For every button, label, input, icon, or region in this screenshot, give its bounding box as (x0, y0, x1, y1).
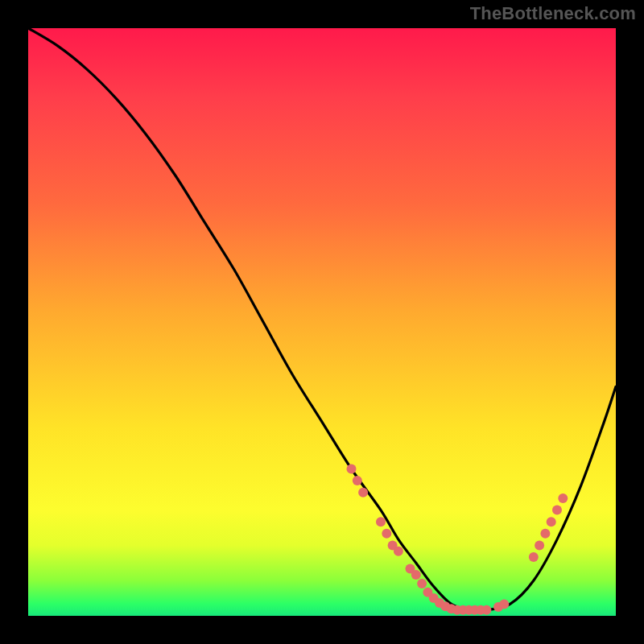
curve-marker (353, 476, 362, 485)
curve-marker (358, 488, 368, 497)
curve-marker (547, 517, 556, 526)
curve-marker (376, 517, 386, 526)
curve-marker (535, 540, 544, 550)
curve-marker (529, 552, 539, 562)
curve-marker (540, 529, 550, 539)
plot-area (28, 28, 616, 616)
curve-marker (394, 547, 403, 556)
curve-marker (558, 493, 568, 503)
curve-marker (552, 506, 562, 515)
curve-marker (382, 529, 391, 539)
curve-marker (411, 570, 421, 580)
curve-marker (499, 599, 509, 609)
bottleneck-curve (28, 28, 616, 611)
watermark-label: TheBottleneck.com (470, 3, 636, 24)
chart-frame: TheBottleneck.com (0, 0, 644, 644)
curve-markers (347, 464, 568, 615)
curve-marker (481, 605, 491, 615)
curve-marker (417, 579, 427, 588)
curve-marker (347, 464, 357, 474)
curve-svg (28, 28, 616, 616)
